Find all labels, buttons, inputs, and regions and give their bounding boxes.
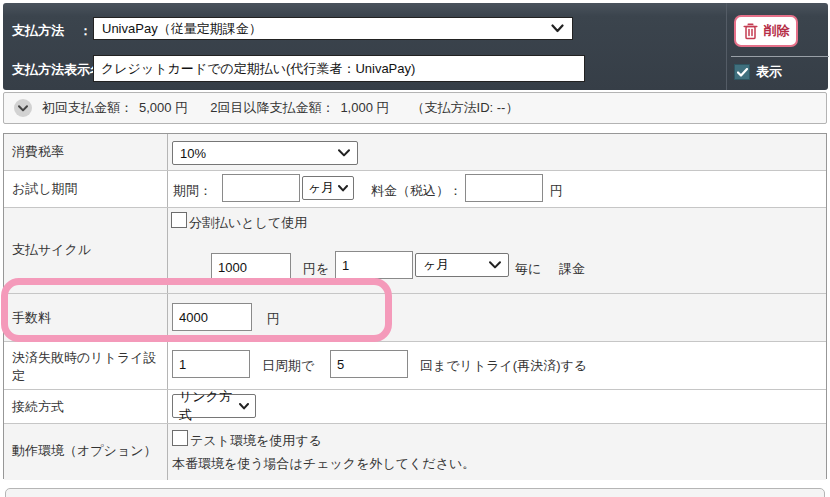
method-id-note: （支払方法ID: --） [412,99,519,117]
trial-fee-field-label: 料金（税込）： [371,182,462,200]
chevron-down-icon [235,403,249,410]
payment-method-label: 支払方法 [12,22,64,40]
connection-type-label: 接続方式 [4,390,168,423]
cycle-interval-input[interactable] [335,251,413,279]
trial-period-unit-value: ヶ月 [308,179,334,197]
display-name-input[interactable] [93,55,585,82]
table-row-fee: 手数料 円 [4,294,826,342]
cycle-amount-input[interactable] [211,253,291,281]
show-checkbox-row: 表示 [734,63,782,81]
trial-fee-input[interactable] [465,174,543,202]
chevron-down-icon [332,149,350,157]
fee-unit: 円 [267,310,280,328]
test-environment-checkbox[interactable] [172,430,188,446]
cycle-charge-label: 課金 [559,260,585,278]
table-row-cycle: 支払サイクル 分割払いとして使用 円を ヶ月 毎に 課金 [4,208,826,294]
payment-cycle-label: 支払サイクル [4,208,168,293]
cycle-amount-suffix: 円を [303,260,329,278]
header-horizontal-separator [731,56,829,57]
collapse-toggle[interactable] [14,99,32,117]
trial-period-input[interactable] [222,174,300,202]
chevron-down-icon [551,24,564,33]
table-row-environment: 動作環境（オプション） テスト環境を使用する 本番環境を使う場合はチェックを外し… [4,424,826,480]
trial-period-field-label: 期間： [173,182,212,200]
payment-settings-table: 消費税率 10% お試し期間 期間： ヶ月 [3,133,827,479]
show-checkbox[interactable] [734,64,750,80]
retry-interval-suffix: 日周期で [262,357,314,375]
cycle-unit-value: ヶ月 [423,256,449,274]
payment-method-settings-screen: 支払方法 ： UnivaPay（従量定期課金） 支払方法表示名： 削除 [0,0,830,497]
connection-type-value: リンク方式 [179,388,235,424]
fee-input[interactable] [172,303,252,331]
test-environment-checkbox-label: テスト環境を使用する [190,432,322,450]
installment-checkbox-label: 分割払いとして使用 [189,214,307,232]
installment-checkbox[interactable] [171,212,187,228]
next-section-bar [5,488,825,497]
show-checkbox-label: 表示 [756,63,782,81]
retry-count-suffix: 回までリトライ(再決済)する [420,357,587,375]
tax-rate-value: 10% [180,146,206,161]
table-row-retry: 決済失敗時のリトライ設定 日周期で 回までリトライ(再決済)する [4,342,826,390]
fee-label: 手数料 [4,294,168,341]
delete-button-label: 削除 [764,22,790,40]
first-payment-label: 初回支払金額： [42,99,133,117]
subsequent-payment-value: 1,000 円 [340,99,389,117]
environment-label: 動作環境（オプション） [4,424,168,480]
payment-method-header-panel: 支払方法 ： UnivaPay（従量定期課金） 支払方法表示名： 削除 [3,3,828,90]
trash-icon [743,23,758,40]
trial-fee-unit: 円 [550,182,563,200]
environment-note: 本番環境を使う場合はチェックを外してください。 [172,455,475,473]
table-row-tax: 消費税率 10% [4,134,826,171]
payment-method-colon: ： [79,22,92,40]
chevron-down-icon [483,261,501,269]
connection-type-select[interactable]: リンク方式 [172,394,256,418]
cycle-unit-select[interactable]: ヶ月 [415,253,509,277]
payment-method-select[interactable]: UnivaPay（従量定期課金） [93,17,573,40]
retry-count-input[interactable] [330,350,408,378]
trial-period-label: お試し期間 [4,171,168,207]
table-row-connection: 接続方式 リンク方式 [4,390,826,424]
subsequent-payment-label: 2回目以降支払金額： [210,99,334,117]
header-vertical-divider [726,3,727,90]
delete-button[interactable]: 削除 [734,15,798,47]
table-row-trial: お試し期間 期間： ヶ月 料金（税込）： 円 [4,171,826,208]
first-payment-value: 5,000 円 [139,99,188,117]
payment-summary-bar: 初回支払金額： 5,000 円 2回目以降支払金額： 1,000 円 （支払方法… [3,92,827,124]
tax-rate-select[interactable]: 10% [172,141,358,165]
chevron-down-icon [335,185,348,192]
trial-period-unit-select[interactable]: ヶ月 [302,176,354,200]
check-icon [737,68,748,77]
chevron-down-icon [18,105,28,112]
retry-interval-input[interactable] [172,350,250,378]
retry-settings-label: 決済失敗時のリトライ設定 [4,342,168,389]
cycle-per-label: 毎に [515,260,541,278]
tax-rate-label: 消費税率 [4,134,168,170]
payment-method-select-value: UnivaPay（従量定期課金） [102,20,262,38]
